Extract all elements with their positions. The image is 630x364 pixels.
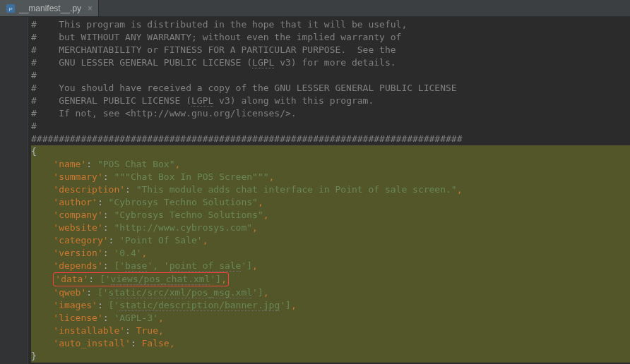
tab-manifest[interactable]: P __manifest__.py ×	[0, 0, 99, 16]
dict-val: "POS Chat Box"	[97, 159, 175, 169]
dict-key: 'author'	[53, 197, 97, 207]
comment-line: #	[31, 69, 630, 82]
dict-val: "This module adds chat interface in Poin…	[136, 184, 457, 195]
dict-key: 'summary'	[53, 171, 102, 182]
dict-key: 'category'	[53, 235, 108, 245]
dict-val: "Cybrosys Techno Solutions"	[114, 210, 263, 220]
dict-val: "http://www.cybrosys.com"	[114, 222, 252, 233]
dict-val: """Chat Box In POS Screen"""	[114, 171, 268, 182]
dict-val: 'AGPL-3'	[114, 313, 158, 323]
dict-key: 'data'	[55, 274, 88, 284]
dict-val: '0.4'	[114, 248, 141, 258]
dict-key: 'website'	[53, 222, 102, 233]
dict-val: True	[136, 325, 158, 336]
dict-key: 'images'	[53, 300, 97, 310]
comment-line: # If not, see <http://www.gnu.org/licens…	[31, 107, 630, 120]
comment-line: # GENERAL PUBLIC LICENSE (LGPL v3) along…	[31, 95, 630, 107]
comment-line: # You should have received a copy of the…	[31, 82, 630, 95]
dict-val: 'Point Of Sale'	[119, 235, 202, 245]
comment-line: # This program is distributed in the hop…	[31, 18, 630, 31]
close-icon[interactable]: ×	[85, 4, 93, 13]
dict-val: False	[142, 338, 170, 348]
dict-key: 'company'	[53, 210, 102, 220]
comment-line: ########################################…	[31, 133, 630, 145]
comment-line: # but WITHOUT ANY WARRANTY; without even…	[31, 31, 630, 44]
editor[interactable]: # This program is distributed in the hop…	[0, 17, 630, 364]
comment-line: # GNU LESSER GENERAL PUBLIC LICENSE (LGP…	[31, 56, 630, 69]
highlighted-data-line: 'data': ['views/pos_chat.xml'],	[53, 272, 229, 286]
tab-bar: P __manifest__.py ×	[0, 0, 630, 17]
svg-text:P: P	[8, 6, 12, 12]
dict-key: 'description'	[53, 184, 125, 195]
dict-key: 'version'	[53, 248, 102, 258]
comment-line: #	[31, 120, 630, 133]
dict-key: 'installable'	[53, 325, 125, 336]
dict-val: "Cybrosys Techno Solutions"	[109, 197, 258, 207]
gutter	[0, 17, 28, 364]
dict-block: { 'name': "POS Chat Box", 'summary': """…	[31, 145, 630, 363]
comment-line: # MERCHANTABILITY or FITNESS FOR A PARTI…	[31, 44, 630, 56]
dict-key: 'name'	[53, 159, 86, 169]
dict-key: 'qweb'	[53, 287, 86, 298]
tab-filename: __manifest__.py	[19, 4, 81, 13]
code-area[interactable]: # This program is distributed in the hop…	[28, 17, 630, 364]
dict-key: 'license'	[53, 313, 102, 323]
dict-key: 'depends'	[53, 260, 102, 271]
python-file-icon: P	[6, 4, 16, 13]
dict-key: 'auto_install'	[53, 338, 131, 348]
